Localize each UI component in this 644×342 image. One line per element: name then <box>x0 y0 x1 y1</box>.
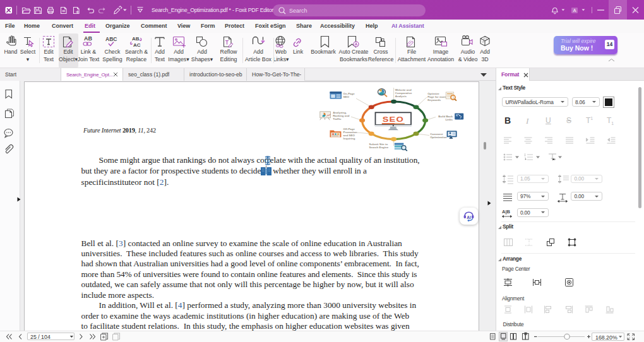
svg-text:SEO: SEO <box>343 95 350 98</box>
svg-text:Keywords: Keywords <box>427 98 441 102</box>
svg-text:Optimization: Optimization <box>430 136 447 139</box>
svg-text:Traffic: Traffic <box>333 117 342 121</box>
svg-text:SEO: SEO <box>383 115 404 124</box>
svg-text:A|B: A|B <box>502 209 511 215</box>
svg-text:AC: AC <box>133 42 141 48</box>
svg-text:ABC: ABC <box>105 36 117 42</box>
svg-text:Inquiring: Inquiring <box>343 137 355 140</box>
svg-text:Links: Links <box>445 118 453 121</box>
svg-text:AB: AB <box>84 35 92 42</box>
svg-text:Analysis: Analysis <box>395 95 407 98</box>
svg-text:AB: AB <box>132 36 140 42</box>
svg-text:Search Engine: Search Engine <box>369 146 389 149</box>
svg-text:AI: AI <box>467 215 471 220</box>
